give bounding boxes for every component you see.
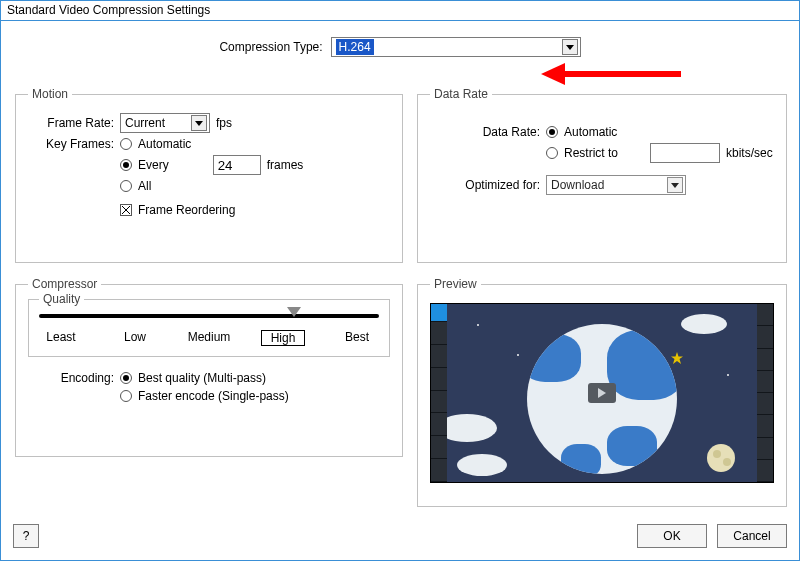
preview-viewport[interactable] bbox=[430, 303, 774, 483]
cursor-icon bbox=[671, 352, 683, 364]
data-rate-automatic-label: Automatic bbox=[564, 125, 617, 139]
encoding-best-label: Best quality (Multi-pass) bbox=[138, 371, 266, 385]
optimized-for-value: Download bbox=[551, 178, 604, 192]
preview-legend: Preview bbox=[430, 277, 481, 291]
key-frames-every-unit: frames bbox=[267, 158, 304, 172]
preview-tool-icon[interactable] bbox=[757, 415, 773, 437]
frame-rate-dropdown[interactable]: Current bbox=[120, 113, 210, 133]
quality-legend: Quality bbox=[39, 292, 84, 306]
data-rate-restrict-unit: kbits/sec bbox=[726, 146, 773, 160]
data-rate-legend: Data Rate bbox=[430, 87, 492, 101]
encoding-label: Encoding: bbox=[28, 371, 114, 385]
data-rate-label: Data Rate: bbox=[430, 125, 540, 139]
preview-tool-icon[interactable] bbox=[431, 368, 447, 391]
optimized-for-label: Optimized for: bbox=[430, 178, 540, 192]
compression-type-label: Compression Type: bbox=[219, 40, 322, 54]
preview-right-toolbar bbox=[757, 304, 773, 482]
dropdown-arrow-icon[interactable] bbox=[191, 115, 207, 131]
dialog-window: Standard Video Compression Settings Comp… bbox=[0, 0, 800, 561]
preview-left-toolbar bbox=[431, 304, 447, 482]
data-rate-group: Data Rate Data Rate: Automatic Restrict … bbox=[417, 87, 787, 263]
preview-tool-icon[interactable] bbox=[757, 349, 773, 371]
encoding-best-radio[interactable] bbox=[120, 372, 132, 384]
play-icon[interactable] bbox=[588, 383, 616, 403]
compression-type-dropdown[interactable]: H.264 bbox=[331, 37, 581, 57]
preview-tool-icon[interactable] bbox=[431, 304, 447, 322]
tick-low: Low bbox=[113, 330, 157, 346]
frame-rate-unit: fps bbox=[216, 116, 232, 130]
optimized-for-dropdown[interactable]: Download bbox=[546, 175, 686, 195]
tick-high: High bbox=[261, 330, 305, 346]
data-rate-restrict-radio[interactable] bbox=[546, 147, 558, 159]
encoding-faster-label: Faster encode (Single-pass) bbox=[138, 389, 289, 403]
motion-group: Motion Frame Rate: Current fps Key Frame… bbox=[15, 87, 403, 263]
preview-tool-icon[interactable] bbox=[757, 460, 773, 482]
data-rate-restrict-label: Restrict to bbox=[564, 146, 618, 160]
compression-type-row: Compression Type: H.264 bbox=[13, 37, 787, 57]
frame-reordering-label: Frame Reordering bbox=[138, 203, 235, 217]
moon-graphic bbox=[707, 444, 735, 472]
preview-tool-icon[interactable] bbox=[757, 304, 773, 326]
compression-type-value: H.264 bbox=[336, 39, 374, 55]
preview-tool-icon[interactable] bbox=[431, 322, 447, 345]
svg-marker-1 bbox=[541, 63, 565, 85]
preview-tool-icon[interactable] bbox=[757, 371, 773, 393]
slider-handle[interactable] bbox=[287, 307, 301, 317]
preview-tool-icon[interactable] bbox=[757, 438, 773, 460]
dropdown-arrow-icon[interactable] bbox=[667, 177, 683, 193]
slider-ticks: Least Low Medium High Best bbox=[39, 330, 379, 346]
preview-tool-icon[interactable] bbox=[431, 345, 447, 368]
key-frames-label: Key Frames: bbox=[28, 137, 114, 151]
tick-best: Best bbox=[335, 330, 379, 346]
preview-scene bbox=[447, 304, 757, 482]
dropdown-arrow-icon[interactable] bbox=[562, 39, 578, 55]
frame-rate-label: Frame Rate: bbox=[28, 116, 114, 130]
key-frames-every-label: Every bbox=[138, 158, 169, 172]
motion-legend: Motion bbox=[28, 87, 72, 101]
tick-medium: Medium bbox=[187, 330, 231, 346]
annotation-arrow bbox=[541, 59, 691, 89]
preview-tool-icon[interactable] bbox=[757, 393, 773, 415]
key-frames-automatic-label: Automatic bbox=[138, 137, 191, 151]
key-frames-every-radio[interactable] bbox=[120, 159, 132, 171]
frame-reordering-checkbox[interactable] bbox=[120, 204, 132, 216]
key-frames-all-radio[interactable] bbox=[120, 180, 132, 192]
key-frames-all-label: All bbox=[138, 179, 151, 193]
key-frames-every-input[interactable] bbox=[213, 155, 261, 175]
dialog-content: Compression Type: H.264 Motion Frame Rat… bbox=[1, 21, 799, 560]
preview-tool-icon[interactable] bbox=[757, 326, 773, 348]
compressor-legend: Compressor bbox=[28, 277, 101, 291]
window-title: Standard Video Compression Settings bbox=[1, 1, 799, 21]
ok-button[interactable]: OK bbox=[637, 524, 707, 548]
preview-group: Preview bbox=[417, 277, 787, 507]
tick-least: Least bbox=[39, 330, 83, 346]
data-rate-automatic-radio[interactable] bbox=[546, 126, 558, 138]
quality-subgroup: Quality Least Low Medium High Best bbox=[28, 299, 390, 357]
preview-tool-icon[interactable] bbox=[431, 436, 447, 459]
key-frames-automatic-radio[interactable] bbox=[120, 138, 132, 150]
quality-slider[interactable]: Least Low Medium High Best bbox=[39, 314, 379, 346]
preview-tool-icon[interactable] bbox=[431, 413, 447, 436]
data-rate-restrict-input[interactable] bbox=[650, 143, 720, 163]
encoding-faster-radio[interactable] bbox=[120, 390, 132, 402]
help-button[interactable]: ? bbox=[13, 524, 39, 548]
svg-marker-2 bbox=[671, 352, 683, 364]
frame-rate-value: Current bbox=[125, 116, 165, 130]
preview-tool-icon[interactable] bbox=[431, 391, 447, 414]
preview-tool-icon[interactable] bbox=[431, 459, 447, 482]
cancel-button[interactable]: Cancel bbox=[717, 524, 787, 548]
compressor-group: Compressor Quality Least Low Medium High… bbox=[15, 277, 403, 457]
dialog-button-bar: ? OK Cancel bbox=[13, 524, 787, 548]
